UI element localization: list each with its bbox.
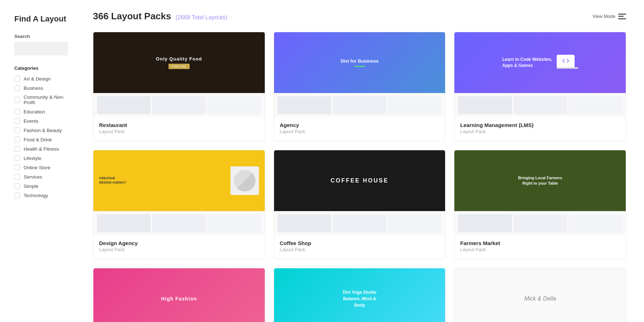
category-item-fashion-beauty[interactable]: Fashion & Beauty [14, 127, 68, 133]
card-info-design-agency: Design Agency Layout Pack [93, 235, 265, 258]
card-info-agency: Agency Layout Pack [274, 117, 445, 140]
category-checkbox-technology[interactable] [14, 192, 20, 198]
card-info-coffee-shop: Coffee Shop Layout Pack [274, 235, 445, 258]
category-checkbox-lifestyle[interactable] [14, 155, 20, 161]
category-item-events[interactable]: Events [14, 118, 68, 124]
card-name-farmers-market: Farmers Market [460, 240, 620, 246]
category-item-community[interactable]: Community & Non-Profit [14, 94, 68, 105]
layout-grid: Only Quality Food Order Now Restaurant L… [93, 32, 626, 322]
categories-list: Art & Design Business Community & Non-Pr… [14, 76, 68, 198]
header-title-group: 366 Layout Packs (2668 Total Layouts) [93, 11, 227, 22]
layout-card-yoga[interactable]: Divi Yoga StudioBalance, Mind &Body Divi… [274, 268, 446, 322]
card-type-coffee-shop: Layout Pack [280, 247, 440, 252]
category-item-business[interactable]: Business [14, 85, 68, 91]
thumb-2 [333, 96, 386, 114]
category-label-services: Services [24, 174, 42, 180]
card-info-lms: Learning Management (LMS) Layout Pack [454, 117, 626, 140]
category-checkbox-education[interactable] [14, 109, 20, 114]
category-item-services[interactable]: Services [14, 174, 68, 180]
thumb-1 [278, 214, 331, 232]
layout-card-farmers-market[interactable]: Bringing Local FarmersRight to your Tabl… [454, 150, 626, 259]
category-checkbox-art-design[interactable] [14, 76, 20, 82]
sidebar-title: Find A Layout [14, 14, 68, 24]
category-checkbox-simple[interactable] [14, 183, 20, 189]
category-label-art-design: Art & Design [24, 76, 51, 82]
thumb-2 [513, 214, 567, 232]
card-type-design-agency: Layout Pack [99, 247, 259, 252]
category-label-simple: Simple [24, 184, 38, 189]
header-subtitle: (2668 Total Layouts) [176, 14, 228, 20]
card-name-lms: Learning Management (LMS) [460, 122, 620, 128]
category-item-simple[interactable]: Simple [14, 183, 68, 189]
thumb-2 [152, 96, 206, 114]
category-checkbox-fashion-beauty[interactable] [14, 127, 20, 133]
category-checkbox-health-fitness[interactable] [14, 146, 20, 152]
category-checkbox-events[interactable] [14, 118, 20, 124]
category-item-lifestyle[interactable]: Lifestyle [14, 155, 68, 161]
category-label-education: Education [24, 109, 45, 114]
card-name-restaurant: Restaurant [99, 122, 259, 128]
category-label-health-fitness: Health & Fitness [24, 146, 59, 152]
category-item-art-design[interactable]: Art & Design [14, 76, 68, 82]
view-mode-icon [618, 14, 626, 19]
card-type-farmers-market: Layout Pack [460, 247, 620, 252]
header-title: 366 Layout Packs [93, 11, 171, 21]
layout-card-wedding[interactable]: Mick & Della Mick & Della Layout Pack [454, 268, 626, 322]
category-label-food-drink: Food & Drink [24, 137, 52, 142]
card-name-coffee-shop: Coffee Shop [280, 240, 440, 246]
card-info-restaurant: Restaurant Layout Pack [93, 117, 265, 140]
category-label-business: Business [24, 86, 43, 91]
card-thumbnails-restaurant [93, 93, 265, 117]
card-name-design-agency: Design Agency [99, 240, 259, 246]
card-info-farmers-market: Farmers Market Layout Pack [454, 235, 626, 258]
search-label: Search [14, 34, 68, 39]
categories-title: Categories [14, 65, 68, 71]
layout-card-restaurant[interactable]: Only Quality Food Order Now Restaurant L… [93, 32, 265, 141]
thumb-2 [333, 214, 386, 232]
layout-card-design-agency[interactable]: CREATIVEDESIGN AGENCY Design Agency Layo… [93, 150, 265, 259]
sidebar: Find A Layout Search Categories Art & De… [0, 0, 79, 322]
card-thumbnails-coffee-shop [274, 211, 445, 235]
category-label-lifestyle: Lifestyle [24, 156, 42, 161]
category-checkbox-online-store[interactable] [14, 165, 20, 170]
category-label-fashion-beauty: Fashion & Beauty [24, 128, 62, 133]
card-name-agency: Agency [280, 122, 440, 128]
thumb-3 [207, 214, 261, 232]
category-item-health-fitness[interactable]: Health & Fitness [14, 146, 68, 152]
thumb-1 [458, 214, 512, 232]
thumb-1 [458, 96, 512, 114]
category-checkbox-community[interactable] [14, 97, 20, 103]
card-thumbnails-farmers-market [454, 211, 626, 235]
thumb-3 [388, 214, 441, 232]
thumb-1 [97, 214, 151, 232]
category-label-community: Community & Non-Profit [24, 94, 68, 105]
category-item-food-drink[interactable]: Food & Drink [14, 137, 68, 142]
category-item-technology[interactable]: Technology [14, 192, 68, 198]
layout-card-agency[interactable]: Divi for Business Agency Layout Pack [274, 32, 446, 141]
card-thumbnails-design-agency [93, 211, 265, 235]
main-content: 366 Layout Packs (2668 Total Layouts) Vi… [79, 0, 644, 322]
category-checkbox-food-drink[interactable] [14, 137, 20, 142]
main-header: 366 Layout Packs (2668 Total Layouts) Vi… [93, 11, 626, 22]
thumb-3 [569, 214, 622, 232]
card-type-agency: Layout Pack [280, 129, 440, 134]
card-thumbnails-lms [454, 93, 626, 117]
thumb-2 [152, 214, 206, 232]
category-checkbox-business[interactable] [14, 85, 20, 91]
category-item-online-store[interactable]: Online Store [14, 165, 68, 170]
category-checkbox-services[interactable] [14, 174, 20, 180]
thumb-1 [97, 96, 151, 114]
layout-card-coffee-shop[interactable]: COFFEE HOUSE Coffee Shop Layout Pack [274, 150, 446, 259]
layout-card-fashion[interactable]: High Fashion High Fashion Layout Pack [93, 268, 265, 322]
view-mode-toggle[interactable]: View Mode [592, 14, 626, 19]
card-type-restaurant: Layout Pack [99, 129, 259, 134]
view-mode-label: View Mode [592, 14, 615, 19]
thumb-1 [278, 96, 331, 114]
layout-card-lms[interactable]: Learn to Code Websites,Apps & Games [454, 32, 626, 141]
search-input[interactable] [14, 42, 68, 55]
thumb-3 [388, 96, 441, 114]
category-item-education[interactable]: Education [14, 109, 68, 114]
card-type-lms: Layout Pack [460, 129, 620, 134]
thumb-3 [207, 96, 261, 114]
thumb-3 [569, 96, 622, 114]
